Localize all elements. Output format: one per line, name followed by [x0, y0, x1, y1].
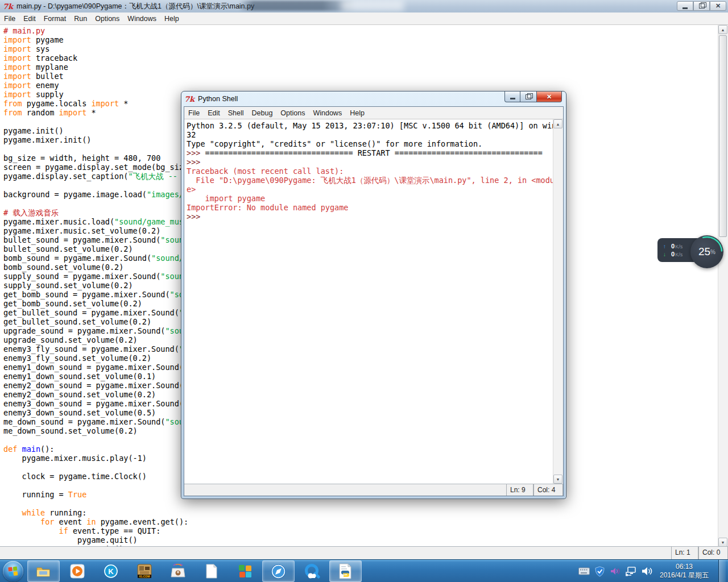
code-line: File "D:\pygame\090Pygame: 飞机大战1（源代码）\课堂… — [187, 176, 552, 185]
code-line: >>> ================================ RES… — [187, 148, 552, 157]
code-line: for event in pygame.event.get(): — [3, 517, 717, 526]
taskbar-item-python-idle[interactable] — [329, 560, 362, 582]
close-button[interactable]: ✕ — [710, 1, 726, 11]
editor-column-indicator: Col: 0 — [698, 547, 728, 559]
editor-menubar: FileEditFormatRunOptionsWindowsHelp — [0, 13, 728, 25]
svg-text:61.COM: 61.COM — [139, 575, 150, 578]
shell-line-indicator: Ln: 9 — [506, 484, 533, 496]
scroll-up-icon[interactable]: ▲ — [718, 25, 727, 34]
windows-flag-icon — [8, 566, 18, 576]
61com-game-icon: 61.COM — [137, 564, 152, 579]
download-speed-value: 0 — [671, 251, 675, 257]
svg-text:K: K — [108, 567, 114, 576]
notepad-document-icon — [205, 564, 218, 579]
python-idle-icon — [338, 563, 353, 579]
code-line: import sys — [3, 44, 717, 53]
shell-minimize-button[interactable] — [504, 92, 520, 102]
restore-icon — [699, 3, 705, 9]
taskbar-item-61com-game[interactable]: 61.COM — [128, 560, 160, 582]
close-icon: ✕ — [547, 94, 552, 100]
scroll-down-icon[interactable]: ▼ — [718, 538, 727, 547]
compass-browser-icon — [271, 564, 286, 579]
taskbar-item-media-player[interactable] — [61, 560, 93, 582]
restore-button[interactable] — [693, 1, 710, 11]
taskbar-item-k-player[interactable]: K — [94, 560, 127, 582]
menu-edit[interactable]: Edit — [19, 14, 40, 23]
editor-titlebar[interactable]: 7k main.py - D:\pygame\090Pygame：飞机大战1（源… — [0, 0, 728, 13]
minimize-icon — [510, 98, 515, 99]
menu-help[interactable]: Help — [346, 109, 369, 118]
minimize-icon — [682, 7, 688, 9]
start-button[interactable] — [3, 561, 23, 581]
menu-windows[interactable]: Windows — [309, 109, 346, 118]
taskbar-item-windows-explorer[interactable] — [27, 560, 60, 582]
taskbar-item-compass-browser[interactable] — [262, 560, 295, 582]
editor-window-title: main.py - D:\pygame\090Pygame：飞机大战1（源代码）… — [16, 2, 254, 11]
show-desktop-button[interactable] — [718, 560, 726, 582]
volume-icon[interactable] — [642, 567, 652, 576]
system-tray: 06:13 2016/4/1 星期五 — [578, 560, 728, 582]
tk-app-icon: 7k — [184, 95, 195, 103]
menu-debug[interactable]: Debug — [248, 109, 277, 118]
shell-maximize-button[interactable] — [520, 92, 536, 102]
upload-speed-value: 0 — [671, 243, 675, 250]
code-line: import enemy — [3, 81, 717, 90]
input-keyboard-icon[interactable] — [578, 567, 590, 575]
code-line: while running: — [3, 508, 717, 517]
menu-windows[interactable]: Windows — [123, 14, 160, 23]
taskbar-clock[interactable]: 06:13 2016/4/1 星期五 — [657, 563, 713, 580]
scroll-down-icon[interactable]: ▼ — [553, 475, 562, 484]
purple-app-icon[interactable] — [610, 567, 620, 575]
code-line: e> — [187, 185, 552, 194]
titlebar-ghost-artifact — [239, 1, 355, 11]
code-line: Type "copyright", "credits" or "license(… — [187, 139, 552, 148]
code-line: 32 — [187, 130, 552, 139]
close-icon: ✕ — [715, 3, 721, 9]
menu-format[interactable]: Format — [40, 14, 71, 23]
code-line: pygame.quit() — [3, 535, 717, 544]
network-icon[interactable] — [625, 567, 636, 576]
code-line: import myplane — [3, 63, 717, 72]
menu-options[interactable]: Options — [91, 14, 123, 23]
menu-help[interactable]: Help — [160, 14, 183, 23]
taskbar-item-game-bag[interactable] — [162, 560, 194, 582]
code-line: Traceback (most recent call last): — [187, 167, 552, 176]
maximize-icon — [526, 94, 531, 99]
clock-date: 2016/4/1 星期五 — [660, 571, 709, 580]
code-line: Python 3.2.5 (default, May 15 2013, 23:0… — [187, 121, 552, 130]
speed-widget[interactable]: ↑ 0 K/s ↓ 0 K/s 25 % — [657, 235, 726, 267]
tk-app-icon: 7k — [3, 3, 13, 10]
minimize-button[interactable] — [677, 1, 693, 11]
shell-close-button[interactable]: ✕ — [536, 92, 562, 102]
code-line: import pygame — [187, 194, 552, 203]
code-line — [3, 499, 717, 508]
code-line: ImportError: No module named pygame — [187, 203, 552, 212]
code-line: import traceback — [3, 53, 717, 63]
shell-text-area[interactable]: Python 3.2.5 (default, May 15 2013, 23:0… — [184, 119, 563, 484]
shell-scrollbar[interactable]: ▲ ▼ — [553, 119, 563, 484]
menu-shell[interactable]: Shell — [224, 109, 248, 118]
upload-arrow-icon: ↑ — [663, 243, 671, 250]
2345-tiles-icon — [238, 564, 252, 578]
security-shield-icon[interactable] — [595, 566, 605, 577]
taskbar-item-2345-tiles[interactable] — [229, 560, 261, 582]
menu-file[interactable]: File — [184, 109, 204, 118]
scroll-up-icon[interactable]: ▲ — [553, 119, 562, 128]
taskbar-item-notepad-document[interactable] — [195, 560, 228, 582]
download-arrow-icon: ↓ — [663, 251, 671, 257]
memory-usage-ball[interactable]: 25 % — [690, 235, 723, 268]
qq-cloud-browser-icon — [304, 564, 320, 579]
taskbar: K 61.COM — [0, 559, 728, 582]
menu-edit[interactable]: Edit — [204, 109, 224, 118]
editor-scrollbar[interactable]: ▲ ▼ — [718, 25, 728, 547]
shell-menubar: FileEditShellDebugOptionsWindowsHelp — [184, 107, 563, 119]
desktop: 7k main.py - D:\pygame\090Pygame：飞机大战1（源… — [0, 0, 728, 582]
code-line: >>> — [187, 212, 552, 221]
code-line: import pygame — [3, 35, 717, 44]
menu-file[interactable]: File — [0, 14, 19, 23]
menu-options[interactable]: Options — [276, 109, 309, 118]
shell-window-title: Python Shell — [198, 95, 238, 103]
menu-run[interactable]: Run — [70, 14, 91, 23]
taskbar-item-qq-cloud-browser[interactable] — [296, 560, 328, 582]
editor-scrollbar-thumb[interactable] — [719, 35, 727, 237]
